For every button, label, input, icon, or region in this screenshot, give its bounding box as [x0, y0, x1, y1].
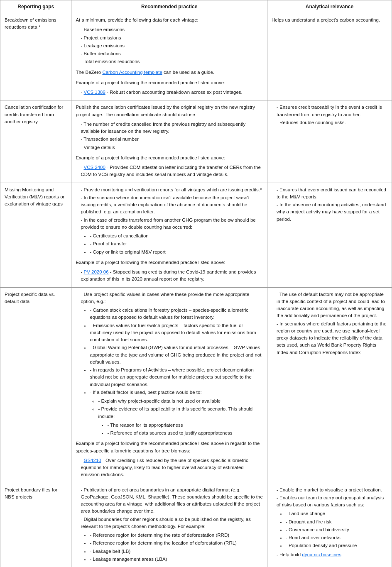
rec-example-intro: Example of a project following the recom… — [76, 259, 263, 266]
anal-cell: Ensures that every credit issued can be … — [267, 183, 392, 287]
gap-label: Cancellation certification for credits t… — [5, 105, 63, 124]
list-item: Digital boundaries for other regions sho… — [81, 516, 263, 563]
list-item: Carbon stock calculations in forestry pr… — [90, 307, 263, 321]
list-item: Buffer deductions — [81, 50, 263, 57]
list-item: Publication of project area boundaries i… — [81, 486, 263, 515]
anal-text: Helps us understand a project's carbon a… — [272, 17, 380, 22]
rec-intro: At a minimum, provide the following data… — [76, 17, 263, 24]
col-header-anal: Analytical relevance — [267, 0, 392, 13]
gap-label: Breakdown of emissions reductions data * — [5, 17, 56, 29]
col-header-rec: Recommended practice — [71, 0, 267, 13]
list-item: Road and river networks — [286, 534, 387, 541]
anal-cell: Helps us understand a project's carbon a… — [267, 13, 392, 100]
rec-cell: Publication of project area boundaries i… — [71, 483, 267, 567]
rec-example-list: VCS 1389 - Robust carbon accounting brea… — [76, 89, 263, 96]
circle-list: Explain why project-specific data is not… — [90, 398, 263, 437]
list-item: The reason for its appropriateness — [107, 422, 263, 429]
list-item: Help build dynamic baselines — [277, 551, 387, 558]
list-item: Project emissions — [81, 34, 263, 42]
rec-cell: Use project-specific values in cases whe… — [71, 287, 267, 483]
list-item: In the case of credits transferred from … — [81, 217, 263, 256]
table-row: Project boundary files for NBS projects … — [0, 483, 392, 567]
anal-cell: The use of default factors may not be ap… — [267, 287, 392, 483]
list-item: VCS 2400 - Provides CDM attestation lett… — [81, 164, 263, 178]
anal-list: The use of default factors may not be ap… — [272, 291, 387, 356]
anal-cell: Ensures credit traceability in the event… — [267, 100, 392, 183]
link-suffix: - Over-crediting risk reduced by the use… — [81, 458, 248, 477]
list-item: Proof of transfer — [90, 240, 263, 247]
rec-list: Publication of project area boundaries i… — [76, 486, 263, 563]
list-item: Copy or link to original M&V report — [90, 249, 263, 256]
list-item: In the absence of monitoring activities,… — [277, 201, 387, 223]
sub-list: Carbon stock calculations in forestry pr… — [81, 307, 263, 437]
list-item: The use of default factors may not be ap… — [277, 291, 387, 320]
list-item: Provide monitoring and verification repo… — [81, 186, 263, 193]
rec-intro: Publish the cancellation certificates is… — [76, 104, 263, 118]
rec-mid: The BeZero Carbon Accounting template ca… — [76, 69, 263, 76]
sub-list: Reference region for determining the rat… — [81, 532, 263, 563]
dynamic-baselines-link[interactable]: dynamic baselines — [302, 552, 341, 557]
table-row: Breakdown of emissions reductions data *… — [0, 13, 392, 100]
table-row: Missing Monitoring and Verification (M&V… — [0, 183, 392, 287]
list-item: Population density and pressure — [286, 542, 387, 549]
list-item: Reference of data sources used to justif… — [107, 430, 263, 437]
list-item: Reference region for determining the loc… — [90, 540, 263, 547]
anal-list: Enable the market to visualise a project… — [272, 486, 387, 558]
gap-cell: Project-specific data vs. default data — [0, 287, 71, 483]
anal-item2-text: Enables our team to carry out geospatial… — [277, 495, 384, 507]
list-item: Governance and biodiversity — [286, 526, 387, 533]
circle2-text: Provide evidence of its applicability in… — [98, 406, 252, 418]
list-item: Total emissions reductions — [81, 58, 263, 65]
list-item: Global Warming Potential (GWP) values fo… — [90, 344, 263, 366]
anal-sub-list: Land use change Drought and fire risk Go… — [277, 510, 387, 549]
gap-label: Project boundary files for NBS projects — [5, 487, 57, 499]
gs4210-link[interactable]: GS4210 — [83, 458, 101, 463]
list-item: Explain why project-specific data is not… — [98, 398, 263, 405]
list-item: Transaction serial number — [81, 136, 263, 143]
rec-list: Use project-specific values in cases whe… — [76, 291, 263, 437]
anal-list: Ensures credit traceability in the event… — [272, 104, 387, 126]
list-item: Ensures credit traceability in the event… — [277, 104, 387, 118]
gap-cell: Cancellation certification for credits t… — [0, 100, 71, 183]
pv202006-link[interactable]: PV 2020 06 — [83, 269, 108, 274]
list-item: VCS 1389 - Robust carbon accounting brea… — [81, 89, 263, 96]
rec-list: Baseline emissions Project emissions Lea… — [76, 26, 263, 65]
rec-example-list: GS4210 - Over-crediting risk reduced by … — [76, 457, 263, 479]
link-suffix: - Provides CDM attestation letter indica… — [81, 165, 260, 177]
list-item: Drought and fire risk — [286, 518, 387, 525]
table-row: Project-specific data vs. default data U… — [0, 287, 392, 483]
vcs2400-link[interactable]: VCS 2400 — [83, 165, 105, 170]
link-suffix: - Robust carbon accounting breakdown acr… — [105, 90, 243, 95]
list-item: Leakage management areas (LBA) — [90, 556, 263, 563]
list-item: GS4210 - Over-crediting risk reduced by … — [81, 457, 263, 479]
list-item: Land use change — [286, 510, 387, 517]
rec-cell: At a minimum, provide the following data… — [71, 13, 267, 100]
rec-cell: Provide monitoring and verification repo… — [71, 183, 267, 287]
anal-cell: Enable the market to visualise a project… — [267, 483, 392, 567]
list-item: Reference region for determining the rat… — [90, 532, 263, 539]
list-item: PV 2020 06 - Stopped issuing credits dur… — [81, 269, 263, 283]
col-header-gap: Reporting gaps — [0, 0, 71, 13]
list-item: Baseline emissions — [81, 26, 263, 33]
list-item: If a default factor is used, best practi… — [90, 389, 263, 437]
anal-list: Ensures that every credit issued can be … — [272, 186, 387, 223]
list-item: Certificates of cancellation — [90, 232, 263, 240]
list-item: In regards to Programs of Activities – w… — [90, 367, 263, 388]
list-item: Use project-specific values in cases whe… — [81, 291, 263, 437]
rec-example-list: VCS 2400 - Provides CDM attestation lett… — [76, 164, 263, 178]
list-item: Provide evidence of its applicability in… — [98, 406, 263, 437]
item2-text: Digital boundaries for other regions sho… — [81, 517, 251, 529]
list-item: Reduces double counting risks. — [277, 119, 387, 126]
anal-item3-text: Help build — [279, 552, 301, 557]
gap-label: Missing Monitoring and Verification (M&V… — [5, 187, 64, 207]
gap-cell: Breakdown of emissions reductions data * — [0, 13, 71, 100]
rec-example-intro: Example of a project following the recom… — [76, 154, 263, 161]
rec-example-intro: Example of a project following the recom… — [76, 440, 263, 455]
gap-cell: Project boundary files for NBS projects — [0, 483, 71, 567]
sub-sub-list: The reason for its appropriateness Refer… — [98, 422, 263, 437]
vcs1389-link[interactable]: VCS 1389 — [83, 90, 105, 95]
carbon-accounting-link[interactable]: Carbon Accounting template — [102, 70, 162, 75]
sub-list: Certificates of cancellation Proof of tr… — [81, 232, 263, 256]
list-item: Vintage details — [81, 144, 263, 151]
list-item: In the scenario where documentation isn'… — [81, 194, 263, 216]
